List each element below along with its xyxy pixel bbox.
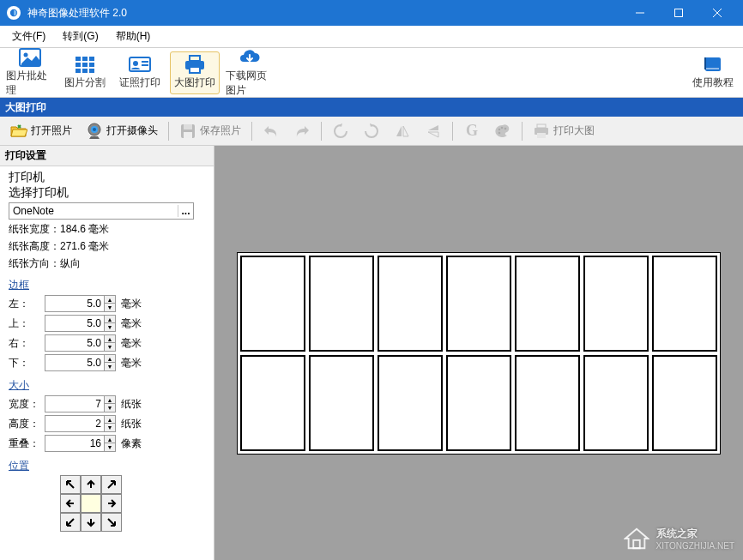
svg-rect-8 — [82, 57, 88, 61]
spin-up-icon[interactable]: ▲ — [105, 396, 115, 404]
spin-down-icon[interactable]: ▼ — [105, 404, 115, 412]
flip-vertical-button[interactable] — [420, 119, 447, 143]
width-label: 宽度： — [9, 397, 45, 412]
spin-up-icon[interactable]: ▲ — [105, 416, 115, 424]
watermark-sub: XITONGZHIJIA.NET — [656, 541, 735, 551]
main-toolbar: 图片批处理 图片分割 证照打印 大图打印 下载网页图片 使用教程 — [0, 48, 743, 98]
rotate-right-button[interactable] — [358, 119, 385, 143]
tutorial-button[interactable]: 使用教程 — [688, 51, 738, 94]
print-big-button[interactable]: 打印大图 — [528, 119, 600, 143]
save-photo-button[interactable]: 保存照片 — [174, 119, 246, 143]
id-print-button[interactable]: 证照打印 — [115, 51, 165, 94]
pos-up-button[interactable] — [81, 475, 101, 494]
left-input[interactable] — [45, 295, 105, 312]
unit-label: 纸张 — [121, 397, 142, 412]
cloud-download-icon — [239, 48, 261, 67]
menu-goto[interactable]: 转到(G) — [54, 26, 106, 47]
redo-icon — [293, 123, 311, 140]
spin-down-icon[interactable]: ▼ — [105, 363, 115, 370]
label: 打开照片 — [31, 123, 72, 138]
open-camera-button[interactable]: 打开摄像头 — [81, 119, 163, 143]
overlap-input[interactable] — [45, 435, 105, 452]
watermark-text: 系统之家 — [656, 527, 698, 539]
spin-up-icon[interactable]: ▲ — [105, 296, 115, 304]
spin-down-icon[interactable]: ▼ — [105, 343, 115, 351]
label: 下载网页图片 — [226, 69, 274, 98]
separator — [522, 122, 523, 141]
page-tile — [515, 256, 580, 352]
house-icon — [624, 526, 649, 551]
spin-down-icon[interactable]: ▼ — [105, 424, 115, 431]
batch-process-button[interactable]: 图片批处理 — [5, 51, 55, 94]
top-spinner[interactable]: ▲▼ — [45, 315, 116, 332]
menu-help[interactable]: 帮助(H) — [107, 26, 160, 47]
page-tile — [446, 355, 511, 451]
minimize-button[interactable] — [620, 0, 659, 26]
big-print-button[interactable]: 大图打印 — [170, 51, 220, 94]
width-input[interactable] — [45, 395, 105, 412]
size-section-title: 大小 — [9, 378, 205, 393]
printer-section-title: 打印机 — [9, 170, 205, 185]
left-label: 左： — [9, 297, 45, 311]
label: 使用教程 — [692, 75, 734, 90]
bottom-input[interactable] — [45, 354, 105, 371]
flip-v-icon — [425, 123, 442, 140]
page-grid — [237, 252, 721, 455]
bottom-spinner[interactable]: ▲▼ — [45, 354, 116, 371]
split-image-button[interactable]: 图片分割 — [60, 51, 110, 94]
overlap-spinner[interactable]: ▲▼ — [45, 435, 116, 452]
maximize-button[interactable] — [659, 0, 698, 26]
spin-down-icon[interactable]: ▼ — [105, 304, 115, 311]
border-section-title: 边框 — [9, 278, 205, 292]
printer-select-combo[interactable]: OneNote ... — [9, 202, 194, 220]
pos-up-right-button[interactable] — [101, 475, 122, 494]
paper-orient-value: 纵向 — [60, 256, 81, 271]
pos-right-button[interactable] — [101, 494, 122, 513]
svg-rect-20 — [190, 56, 200, 61]
open-photo-button[interactable]: 打开照片 — [5, 119, 77, 143]
section-title: 大图打印 — [5, 100, 46, 115]
spin-up-icon[interactable]: ▲ — [105, 436, 115, 443]
top-input[interactable] — [45, 315, 105, 332]
pos-down-button[interactable] — [81, 513, 101, 532]
menu-file[interactable]: 文件(F) — [3, 26, 54, 47]
color-adjust-button[interactable]: G — [458, 119, 486, 143]
spin-down-icon[interactable]: ▼ — [105, 443, 115, 451]
unit-label: 毫米 — [121, 297, 142, 311]
download-webimage-button[interactable]: 下载网页图片 — [225, 51, 275, 94]
right-input[interactable] — [45, 334, 105, 352]
page-tile — [515, 355, 580, 451]
spin-down-icon[interactable]: ▼ — [105, 323, 115, 331]
right-label: 右： — [9, 336, 45, 351]
left-spinner[interactable]: ▲▼ — [45, 295, 116, 312]
rotate-left-button[interactable] — [327, 119, 354, 143]
spin-up-icon[interactable]: ▲ — [105, 316, 115, 323]
unit-label: 纸张 — [121, 417, 142, 431]
pos-center-button[interactable] — [81, 494, 101, 513]
pos-left-button[interactable] — [60, 494, 81, 513]
close-button[interactable] — [698, 0, 736, 26]
save-icon — [179, 123, 196, 140]
svg-rect-12 — [89, 63, 94, 67]
svg-rect-11 — [82, 63, 88, 67]
label: 证照打印 — [119, 75, 160, 90]
palette-button[interactable] — [489, 119, 516, 143]
svg-point-29 — [498, 128, 501, 130]
rotate-right-icon — [363, 123, 380, 140]
pos-down-left-button[interactable] — [60, 513, 81, 532]
right-spinner[interactable]: ▲▼ — [45, 334, 116, 352]
pos-down-right-button[interactable] — [101, 513, 122, 532]
flip-horizontal-button[interactable] — [389, 119, 416, 143]
height-input[interactable] — [45, 415, 105, 432]
label: 图片批处理 — [6, 69, 54, 98]
height-spinner[interactable]: ▲▼ — [45, 415, 116, 432]
undo-button[interactable] — [257, 119, 285, 143]
width-spinner[interactable]: ▲▼ — [45, 395, 116, 412]
spin-up-icon[interactable]: ▲ — [105, 335, 115, 343]
pos-up-left-button[interactable] — [60, 475, 81, 494]
svg-point-6 — [24, 52, 28, 57]
book-icon — [702, 55, 724, 74]
redo-button[interactable] — [288, 119, 316, 143]
image-icon — [19, 48, 41, 67]
spin-up-icon[interactable]: ▲ — [105, 355, 115, 363]
